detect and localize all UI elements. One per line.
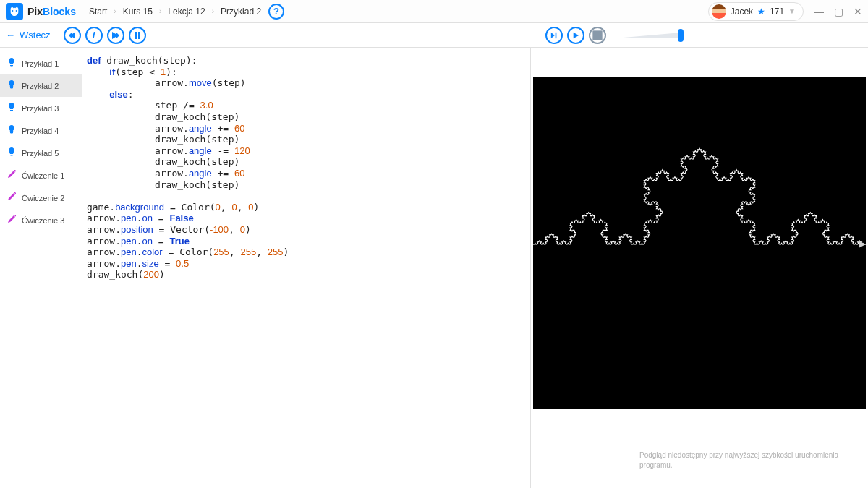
chevron-right-icon: › [159,7,161,15]
sidebar: Przykład 1Przykład 2Przykład 3Przykład 4… [0,48,82,488]
sidebar-item-label: Ćwiczenie 3 [22,216,64,225]
crumb-lesson[interactable]: Lekcja 12 [168,7,205,17]
sidebar-item-0[interactable]: Przykład 1 [0,52,82,74]
pause-button[interactable] [129,27,146,44]
maximize-button[interactable]: ▢ [834,6,843,17]
sidebar-item-2[interactable]: Przykład 3 [0,97,82,119]
chevron-right-icon: › [212,7,214,15]
breadcrumb: Start › Kurs 15 › Lekcja 12 › Przykład 2 [89,7,261,17]
preview-panel: Podgląd niedostępny przy najwyższej szyb… [531,48,868,488]
close-button[interactable]: ✕ [854,6,862,17]
sidebar-item-label: Przykład 4 [22,127,59,135]
sidebar-item-label: Przykład 3 [22,104,59,113]
user-points: 171 [770,7,784,17]
info-button[interactable]: i [85,27,103,44]
back-button[interactable]: ← Wstecz [6,30,51,40]
help-button[interactable]: ? [268,4,284,20]
star-icon: ★ [757,7,765,17]
brand-text: PixBlocks [27,6,76,17]
crumb-example[interactable]: Przykład 2 [221,7,261,17]
svg-rect-1 [138,32,140,39]
svg-rect-3 [592,30,602,40]
top-bar: PixBlocks Start › Kurs 15 › Lekcja 12 › … [0,0,868,23]
user-name: Jacek [731,7,753,17]
user-chip[interactable]: Jacek ★ 171 ▼ [708,2,804,21]
pencil-icon [7,170,16,181]
sidebar-item-1[interactable]: Przykład 2 [0,74,82,97]
chevron-right-icon: › [114,7,116,15]
arrow-left-icon: ← [6,30,15,40]
forward-button[interactable] [107,27,124,44]
pencil-icon [7,215,16,226]
sidebar-item-5[interactable]: Ćwiczenie 1 [0,164,82,187]
sidebar-item-label: Ćwiczenie 1 [22,171,64,180]
svg-rect-0 [135,32,137,39]
crumb-course[interactable]: Kurs 15 [123,7,153,17]
sidebar-item-label: Przykład 2 [22,82,59,90]
slider-thumb[interactable] [678,29,684,42]
output-canvas [533,77,866,409]
bulb-icon [7,125,16,136]
app-logo [6,3,23,20]
sidebar-item-label: Przykład 1 [22,59,59,68]
svg-rect-2 [556,32,557,38]
stop-button[interactable] [589,27,606,44]
chevron-down-icon: ▼ [788,7,796,15]
sub-toolbar: ← Wstecz i [0,23,868,48]
code-editor[interactable]: def draw_koch(step): if(step < 1): arrow… [82,48,531,488]
pencil-icon [7,192,16,203]
sidebar-item-3[interactable]: Przykład 4 [0,119,82,142]
sidebar-item-label: Ćwiczenie 2 [22,194,64,202]
bulb-icon [7,147,16,158]
speed-slider[interactable] [615,28,681,43]
bulb-icon [7,58,16,69]
step-forward-button[interactable] [545,27,563,44]
sidebar-item-4[interactable]: Przykład 5 [0,142,82,164]
bulb-icon [7,80,16,91]
preview-note: Podgląd niedostępny przy najwyższej szyb… [531,436,868,488]
crumb-start[interactable]: Start [89,7,107,17]
minimize-button[interactable]: — [814,6,824,17]
sidebar-item-label: Przykład 5 [22,149,59,158]
play-button[interactable] [567,27,584,44]
sidebar-item-6[interactable]: Ćwiczenie 2 [0,187,82,209]
avatar [712,4,726,19]
bulb-icon [7,103,16,114]
sidebar-item-7[interactable]: Ćwiczenie 3 [0,209,82,231]
rewind-button[interactable] [64,27,81,44]
